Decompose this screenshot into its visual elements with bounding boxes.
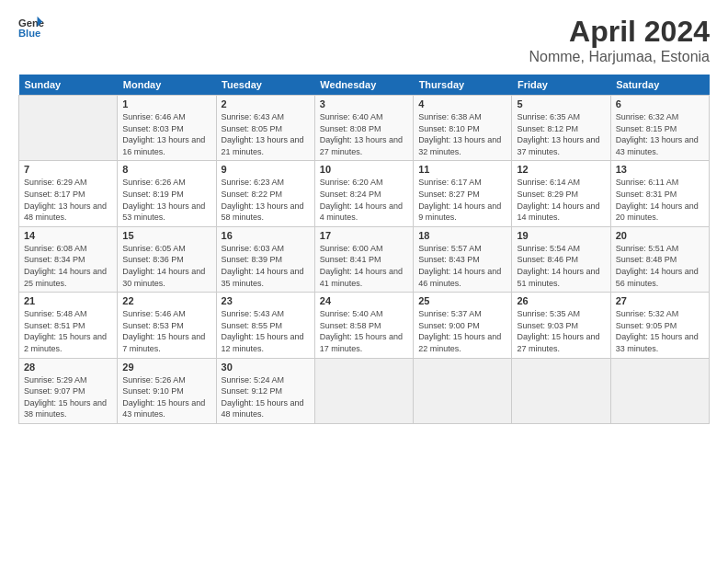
week-row: 21Sunrise: 5:48 AM Sunset: 8:51 PM Dayli…: [19, 293, 710, 358]
header: General Blue April 2024 Nomme, Harjumaa,…: [18, 15, 710, 65]
day-number: 27: [616, 295, 704, 306]
day-number: 11: [418, 164, 506, 175]
day-info: Sunrise: 5:57 AM Sunset: 8:43 PM Dayligh…: [418, 243, 506, 289]
day-cell: 13Sunrise: 6:11 AM Sunset: 8:31 PM Dayli…: [610, 161, 709, 226]
day-cell: 5Sunrise: 6:35 AM Sunset: 8:12 PM Daylig…: [512, 96, 610, 161]
day-info: Sunrise: 6:26 AM Sunset: 8:19 PM Dayligh…: [122, 177, 210, 223]
header-cell-friday: Friday: [512, 75, 610, 96]
header-cell-monday: Monday: [118, 75, 216, 96]
day-info: Sunrise: 6:11 AM Sunset: 8:31 PM Dayligh…: [616, 177, 704, 223]
day-info: Sunrise: 6:23 AM Sunset: 8:22 PM Dayligh…: [222, 177, 310, 223]
day-info: Sunrise: 6:20 AM Sunset: 8:24 PM Dayligh…: [320, 177, 408, 223]
day-cell: 3Sunrise: 6:40 AM Sunset: 8:08 PM Daylig…: [314, 96, 413, 161]
day-cell: 22Sunrise: 5:46 AM Sunset: 8:53 PM Dayli…: [118, 293, 216, 358]
day-info: Sunrise: 6:40 AM Sunset: 8:08 PM Dayligh…: [320, 111, 408, 157]
day-number: 20: [616, 230, 704, 241]
day-number: 13: [616, 164, 704, 175]
day-cell: 26Sunrise: 5:35 AM Sunset: 9:03 PM Dayli…: [512, 293, 610, 358]
day-cell: 11Sunrise: 6:17 AM Sunset: 8:27 PM Dayli…: [414, 161, 512, 226]
day-number: 28: [24, 362, 112, 373]
day-cell: 23Sunrise: 5:43 AM Sunset: 8:55 PM Dayli…: [216, 293, 314, 358]
day-info: Sunrise: 5:40 AM Sunset: 8:58 PM Dayligh…: [320, 308, 408, 354]
day-cell: 16Sunrise: 6:03 AM Sunset: 8:39 PM Dayli…: [216, 226, 314, 292]
day-info: Sunrise: 5:37 AM Sunset: 9:00 PM Dayligh…: [418, 308, 506, 354]
day-number: 9: [222, 164, 310, 175]
calendar-table: SundayMondayTuesdayWednesdayThursdayFrid…: [18, 75, 710, 424]
main-title: April 2024: [529, 15, 710, 49]
day-cell: [414, 358, 512, 423]
day-info: Sunrise: 6:03 AM Sunset: 8:39 PM Dayligh…: [222, 243, 310, 289]
header-cell-thursday: Thursday: [414, 75, 512, 96]
day-cell: 21Sunrise: 5:48 AM Sunset: 8:51 PM Dayli…: [19, 293, 118, 358]
week-row: 28Sunrise: 5:29 AM Sunset: 9:07 PM Dayli…: [19, 358, 710, 423]
day-number: 7: [24, 164, 112, 175]
day-cell: 4Sunrise: 6:38 AM Sunset: 8:10 PM Daylig…: [414, 96, 512, 161]
day-info: Sunrise: 6:32 AM Sunset: 8:15 PM Dayligh…: [616, 111, 704, 157]
header-cell-wednesday: Wednesday: [314, 75, 413, 96]
day-cell: 18Sunrise: 5:57 AM Sunset: 8:43 PM Dayli…: [414, 226, 512, 292]
day-number: 4: [418, 98, 506, 109]
day-info: Sunrise: 6:29 AM Sunset: 8:17 PM Dayligh…: [24, 177, 112, 223]
week-row: 1Sunrise: 6:46 AM Sunset: 8:03 PM Daylig…: [19, 96, 710, 161]
header-cell-sunday: Sunday: [19, 75, 118, 96]
logo-icon: General Blue: [18, 15, 44, 40]
day-info: Sunrise: 6:05 AM Sunset: 8:36 PM Dayligh…: [122, 243, 210, 289]
day-number: 15: [122, 230, 210, 241]
calendar-page: General Blue April 2024 Nomme, Harjumaa,…: [0, 0, 728, 563]
day-cell: 29Sunrise: 5:26 AM Sunset: 9:10 PM Dayli…: [118, 358, 216, 423]
day-info: Sunrise: 5:24 AM Sunset: 9:12 PM Dayligh…: [222, 374, 310, 420]
day-cell: 20Sunrise: 5:51 AM Sunset: 8:48 PM Dayli…: [610, 226, 709, 292]
day-number: 2: [222, 98, 310, 109]
day-number: 14: [24, 230, 112, 241]
day-cell: 7Sunrise: 6:29 AM Sunset: 8:17 PM Daylig…: [19, 161, 118, 226]
week-row: 7Sunrise: 6:29 AM Sunset: 8:17 PM Daylig…: [19, 161, 710, 226]
day-info: Sunrise: 5:48 AM Sunset: 8:51 PM Dayligh…: [24, 308, 112, 354]
day-info: Sunrise: 5:29 AM Sunset: 9:07 PM Dayligh…: [24, 374, 112, 420]
day-number: 3: [320, 98, 408, 109]
day-cell: 24Sunrise: 5:40 AM Sunset: 8:58 PM Dayli…: [314, 293, 413, 358]
day-cell: 9Sunrise: 6:23 AM Sunset: 8:22 PM Daylig…: [216, 161, 314, 226]
day-cell: [610, 358, 709, 423]
day-info: Sunrise: 6:14 AM Sunset: 8:29 PM Dayligh…: [517, 177, 605, 223]
day-number: 10: [320, 164, 408, 175]
day-info: Sunrise: 5:43 AM Sunset: 8:55 PM Dayligh…: [222, 308, 310, 354]
day-cell: [512, 358, 610, 423]
day-number: 5: [517, 98, 605, 109]
week-row: 14Sunrise: 6:08 AM Sunset: 8:34 PM Dayli…: [19, 226, 710, 292]
day-number: 26: [517, 295, 605, 306]
day-info: Sunrise: 5:35 AM Sunset: 9:03 PM Dayligh…: [517, 308, 605, 354]
day-number: 24: [320, 295, 408, 306]
subtitle: Nomme, Harjumaa, Estonia: [529, 49, 710, 65]
day-cell: 14Sunrise: 6:08 AM Sunset: 8:34 PM Dayli…: [19, 226, 118, 292]
day-info: Sunrise: 5:54 AM Sunset: 8:46 PM Dayligh…: [517, 243, 605, 289]
day-info: Sunrise: 6:08 AM Sunset: 8:34 PM Dayligh…: [24, 243, 112, 289]
day-number: 22: [122, 295, 210, 306]
day-number: 23: [222, 295, 310, 306]
day-info: Sunrise: 5:46 AM Sunset: 8:53 PM Dayligh…: [122, 308, 210, 354]
day-info: Sunrise: 6:00 AM Sunset: 8:41 PM Dayligh…: [320, 243, 408, 289]
day-info: Sunrise: 6:43 AM Sunset: 8:05 PM Dayligh…: [222, 111, 310, 157]
day-number: 12: [517, 164, 605, 175]
day-info: Sunrise: 5:26 AM Sunset: 9:10 PM Dayligh…: [122, 374, 210, 420]
day-cell: 6Sunrise: 6:32 AM Sunset: 8:15 PM Daylig…: [610, 96, 709, 161]
day-cell: 12Sunrise: 6:14 AM Sunset: 8:29 PM Dayli…: [512, 161, 610, 226]
day-cell: 1Sunrise: 6:46 AM Sunset: 8:03 PM Daylig…: [118, 96, 216, 161]
title-block: April 2024 Nomme, Harjumaa, Estonia: [529, 15, 710, 65]
day-cell: [19, 96, 118, 161]
day-cell: [314, 358, 413, 423]
header-row: SundayMondayTuesdayWednesdayThursdayFrid…: [19, 75, 710, 96]
day-info: Sunrise: 6:35 AM Sunset: 8:12 PM Dayligh…: [517, 111, 605, 157]
day-number: 6: [616, 98, 704, 109]
day-info: Sunrise: 6:17 AM Sunset: 8:27 PM Dayligh…: [418, 177, 506, 223]
logo: General Blue: [18, 15, 44, 40]
svg-text:Blue: Blue: [18, 28, 40, 39]
day-cell: 8Sunrise: 6:26 AM Sunset: 8:19 PM Daylig…: [118, 161, 216, 226]
day-cell: 30Sunrise: 5:24 AM Sunset: 9:12 PM Dayli…: [216, 358, 314, 423]
day-cell: 10Sunrise: 6:20 AM Sunset: 8:24 PM Dayli…: [314, 161, 413, 226]
day-cell: 15Sunrise: 6:05 AM Sunset: 8:36 PM Dayli…: [118, 226, 216, 292]
day-info: Sunrise: 6:46 AM Sunset: 8:03 PM Dayligh…: [122, 111, 210, 157]
day-number: 16: [222, 230, 310, 241]
day-number: 18: [418, 230, 506, 241]
day-cell: 19Sunrise: 5:54 AM Sunset: 8:46 PM Dayli…: [512, 226, 610, 292]
header-cell-tuesday: Tuesday: [216, 75, 314, 96]
